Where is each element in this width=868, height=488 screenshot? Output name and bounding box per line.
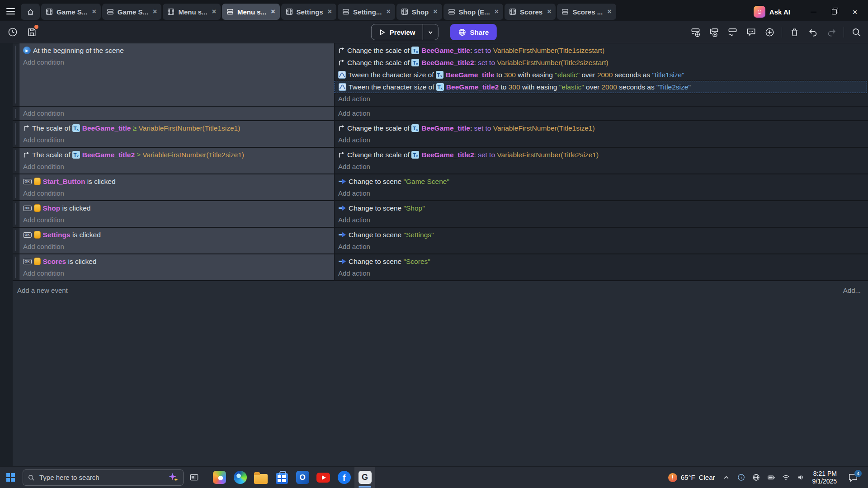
action-line[interactable]: Change to scene "Shop" [335, 202, 868, 214]
add-action-link[interactable]: Add action [335, 267, 868, 279]
add-circle-button[interactable] [763, 26, 776, 38]
taskbar-app-file-explorer[interactable] [250, 467, 271, 488]
action-line[interactable]: Change the scale of TxBeeGame_title: set… [335, 122, 868, 134]
add-more-button[interactable]: Add... [843, 286, 861, 294]
ask-ai-button[interactable]: Ask AI [754, 6, 790, 18]
tab-close-icon[interactable]: × [386, 8, 390, 15]
action-line[interactable]: Change the scale of TxBeeGame_title: set… [335, 44, 868, 56]
tab-home[interactable] [21, 4, 40, 20]
tab-0-scene[interactable]: Game S...× [41, 4, 101, 20]
action-line[interactable]: Tween the character size of TxBeeGame_ti… [335, 69, 868, 81]
wifi-icon[interactable] [782, 472, 791, 483]
trash-button[interactable] [788, 26, 801, 38]
taskbar-app-gdevelop[interactable] [354, 467, 375, 488]
event-row[interactable]: Add conditionAdd action [13, 107, 868, 121]
add-condition-link[interactable]: Add condition [19, 241, 334, 252]
action-line[interactable]: Tween the character size of TxBeeGame_ti… [335, 81, 867, 93]
condition-line[interactable]: OKScores is clicked [19, 255, 334, 267]
add-subevent-button[interactable] [708, 26, 720, 38]
task-view-button[interactable] [184, 467, 204, 488]
tab-6-scene[interactable]: Shop× [396, 4, 442, 20]
taskbar-app-microsoft-store[interactable] [271, 467, 292, 488]
globe-icon[interactable] [752, 472, 761, 483]
preview-options-button[interactable] [423, 24, 438, 40]
copilot-sparkle-icon[interactable] [168, 472, 179, 483]
add-condition-link[interactable]: Add condition [19, 161, 334, 172]
minimize-button[interactable] [803, 4, 824, 20]
tab-close-icon[interactable]: × [547, 8, 551, 15]
action-line[interactable]: Change the scale of TxBeeGame_title2: se… [335, 56, 868, 69]
battery-icon[interactable] [767, 472, 776, 483]
event-row[interactable]: The scale of TxBeeGame_title ≥ VariableF… [13, 121, 868, 148]
tab-close-icon[interactable]: × [495, 8, 499, 15]
taskbar-app-paint[interactable] [209, 467, 230, 488]
condition-line[interactable]: The scale of TxBeeGame_title ≥ VariableF… [19, 122, 334, 134]
tab-close-icon[interactable]: × [328, 8, 332, 15]
condition-line[interactable]: ▶At the beginning of the scene [19, 44, 334, 56]
tab-1-events[interactable]: Game S...× [102, 4, 162, 20]
taskbar-app-edge[interactable] [230, 467, 250, 488]
chevron-up-icon[interactable] [722, 472, 731, 483]
add-condition-link[interactable]: Add condition [19, 267, 334, 279]
tab-2-scene[interactable]: Menu s...× [163, 4, 221, 20]
event-row[interactable]: OKSettings is clickedAdd conditionChange… [13, 228, 868, 254]
add-new-event-button[interactable]: Add a new event [17, 286, 68, 294]
add-condition-link[interactable]: Add condition [19, 108, 334, 119]
add-comment-button[interactable] [745, 26, 757, 38]
tab-8-scene[interactable]: Scores× [505, 4, 556, 20]
redo-button[interactable] [825, 26, 838, 38]
action-line[interactable]: Change the scale of TxBeeGame_title2: se… [335, 149, 868, 161]
volume-icon[interactable] [797, 472, 806, 483]
tab-close-icon[interactable]: × [433, 8, 437, 15]
tab-3-events[interactable]: Menu s...× [222, 4, 280, 20]
taskbar-app-facebook[interactable] [334, 467, 354, 488]
add-action-link[interactable]: Add action [335, 134, 868, 145]
search-button[interactable] [850, 26, 863, 38]
add-condition-link[interactable]: Add condition [19, 56, 334, 68]
close-button[interactable]: × [844, 4, 865, 20]
history-button[interactable] [6, 26, 19, 38]
tab-close-icon[interactable]: × [153, 8, 157, 15]
event-row[interactable]: OKStart_Button is clickedAdd conditionCh… [13, 174, 868, 201]
condition-line[interactable]: OKSettings is clicked [19, 229, 334, 241]
tab-4-scene[interactable]: Settings× [281, 4, 337, 20]
event-row[interactable]: OKShop is clickedAdd conditionChange to … [13, 201, 868, 228]
add-action-link[interactable]: Add action [335, 241, 868, 252]
info-icon[interactable] [737, 472, 746, 483]
taskbar-search-input[interactable]: Type here to search [23, 469, 184, 486]
save-button[interactable] [25, 26, 38, 38]
tab-close-icon[interactable]: × [212, 8, 216, 15]
add-condition-link[interactable]: Add condition [19, 188, 334, 199]
weather-widget[interactable]: ! 65°F Clear [668, 473, 715, 482]
add-event-button[interactable] [689, 26, 702, 38]
add-action-link[interactable]: Add action [335, 188, 868, 199]
share-button[interactable]: Share [450, 24, 497, 40]
tab-close-icon[interactable]: × [92, 8, 96, 15]
condition-line[interactable]: The scale of TxBeeGame_title2 ≥ Variable… [19, 149, 334, 161]
main-menu-button[interactable] [0, 3, 21, 20]
maximize-button[interactable] [824, 4, 844, 20]
action-line[interactable]: Change to scene "Game Scene" [335, 175, 868, 188]
taskbar-clock[interactable]: 8:21 PM 9/1/2025 [812, 470, 837, 485]
start-button[interactable] [0, 467, 21, 488]
add-action-link[interactable]: Add action [335, 161, 868, 172]
event-row[interactable]: OKScores is clickedAdd conditionChange t… [13, 254, 868, 281]
add-action-link[interactable]: Add action [335, 93, 868, 104]
action-center-button[interactable]: 4 [844, 467, 863, 488]
add-action-link[interactable]: Add action [335, 108, 868, 119]
tab-7-events[interactable]: Shop (E...× [443, 4, 504, 20]
add-other-events-button[interactable] [726, 26, 739, 38]
tab-5-events[interactable]: Setting...× [338, 4, 395, 20]
taskbar-app-outlook[interactable] [292, 467, 313, 488]
event-row[interactable]: ▶At the beginning of the sceneAdd condit… [13, 43, 868, 107]
preview-button[interactable]: Preview [372, 24, 423, 40]
condition-line[interactable]: OKShop is clicked [19, 202, 334, 214]
event-row[interactable]: The scale of TxBeeGame_title2 ≥ Variable… [13, 148, 868, 174]
tab-9-events[interactable]: Scores ...× [557, 4, 616, 20]
add-condition-link[interactable]: Add condition [19, 134, 334, 145]
action-line[interactable]: Change to scene "Settings" [335, 229, 868, 241]
condition-line[interactable]: OKStart_Button is clicked [19, 175, 334, 188]
add-action-link[interactable]: Add action [335, 214, 868, 225]
undo-button[interactable] [807, 26, 819, 38]
taskbar-app-youtube[interactable] [313, 467, 334, 488]
